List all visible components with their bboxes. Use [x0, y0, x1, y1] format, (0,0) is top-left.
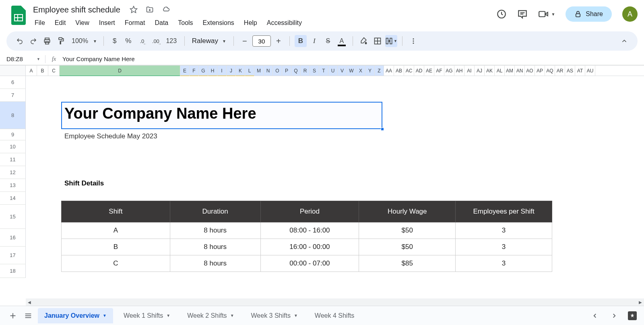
cells-canvas[interactable]: Your Company Name Here Employee Schedule…	[26, 76, 644, 287]
selection-handle[interactable]	[381, 128, 384, 131]
select-all-corner[interactable]	[0, 66, 26, 76]
cloud-status-icon[interactable]	[161, 5, 170, 14]
scroll-tabs-left-button[interactable]	[589, 310, 601, 321]
col-header[interactable]: W	[347, 66, 356, 76]
col-header[interactable]: AK	[485, 66, 495, 76]
col-header[interactable]: AR	[555, 66, 565, 76]
italic-button[interactable]: I	[308, 35, 320, 47]
col-header[interactable]: K	[236, 66, 245, 76]
number-format-button[interactable]: 123	[163, 35, 180, 47]
collapse-toolbar-button[interactable]	[618, 35, 630, 47]
col-header[interactable]: AJ	[475, 66, 485, 76]
col-header[interactable]: G	[199, 66, 208, 76]
row-header[interactable]: 9	[0, 129, 26, 140]
comments-icon[interactable]	[517, 9, 528, 19]
text-color-button[interactable]: A	[336, 35, 348, 47]
row-header[interactable]: 17	[0, 247, 26, 264]
meet-dropdown[interactable]: ▼	[538, 9, 555, 19]
redo-button[interactable]	[27, 35, 39, 47]
row-header[interactable]: 7	[0, 89, 26, 102]
col-header[interactable]: P	[282, 66, 291, 76]
row-header[interactable]: 10	[0, 140, 26, 153]
menu-extensions[interactable]: Extensions	[199, 18, 238, 28]
col-header[interactable]: Y	[365, 66, 375, 76]
col-header[interactable]: R	[301, 66, 310, 76]
sheet-tab-active[interactable]: January Overview ▼	[38, 308, 113, 323]
star-icon[interactable]	[129, 5, 138, 14]
col-header[interactable]: AQ	[545, 66, 555, 76]
col-header[interactable]: AA	[384, 66, 394, 76]
horizontal-scrollbar[interactable]: ◀ ▶	[26, 298, 644, 306]
col-header[interactable]: AD	[414, 66, 424, 76]
col-header[interactable]: Q	[291, 66, 301, 76]
col-header[interactable]: E	[180, 66, 190, 76]
sheet-tab[interactable]: Week 4 Shifts	[308, 308, 361, 323]
col-header[interactable]: AP	[535, 66, 545, 76]
increase-decimal-button[interactable]: .00→	[150, 35, 162, 47]
col-header[interactable]: AG	[444, 66, 454, 76]
percent-button[interactable]: %	[122, 35, 134, 47]
col-header[interactable]: U	[328, 66, 338, 76]
row-header[interactable]: 13	[0, 179, 26, 192]
print-button[interactable]	[41, 35, 53, 47]
col-header[interactable]: I	[217, 66, 227, 76]
col-header[interactable]: A	[26, 66, 37, 76]
col-header[interactable]: AE	[424, 66, 434, 76]
move-folder-icon[interactable]	[145, 5, 154, 14]
sheet-tab[interactable]: Week 3 Shifts▼	[245, 308, 304, 323]
col-header[interactable]: AO	[525, 66, 535, 76]
col-header[interactable]: AB	[394, 66, 404, 76]
col-header[interactable]: B	[37, 66, 48, 76]
menu-file[interactable]: File	[31, 18, 49, 28]
row-header[interactable]: 11	[0, 153, 26, 166]
share-button[interactable]: Share	[566, 6, 612, 22]
col-header[interactable]: X	[356, 66, 365, 76]
col-header[interactable]: H	[208, 66, 217, 76]
document-title[interactable]: Employee shift schedule	[31, 4, 123, 15]
col-header[interactable]: AU	[585, 66, 595, 76]
row-header[interactable]: 8	[0, 102, 26, 129]
sheets-logo-icon[interactable]	[11, 6, 26, 25]
row-header[interactable]: 12	[0, 166, 26, 179]
row-header[interactable]: 16	[0, 229, 26, 247]
menu-accessibility[interactable]: Accessibility	[263, 18, 306, 28]
paint-format-button[interactable]	[55, 35, 67, 47]
col-header[interactable]: AT	[575, 66, 585, 76]
scroll-right-icon[interactable]: ▶	[637, 298, 644, 306]
col-header[interactable]: AL	[495, 66, 505, 76]
col-header[interactable]: V	[338, 66, 347, 76]
col-header[interactable]: F	[190, 66, 199, 76]
borders-button[interactable]	[372, 35, 384, 47]
scroll-tabs-right-button[interactable]	[609, 310, 620, 321]
row-header[interactable]: 14	[0, 192, 26, 205]
col-header[interactable]: AC	[404, 66, 414, 76]
menu-view[interactable]: View	[71, 18, 93, 28]
col-header[interactable]: AH	[454, 66, 464, 76]
menu-help[interactable]: Help	[240, 18, 261, 28]
col-header[interactable]: AM	[505, 66, 515, 76]
increase-font-size-button[interactable]: +	[272, 35, 285, 47]
strikethrough-button[interactable]: S	[322, 35, 334, 47]
col-header[interactable]: T	[319, 66, 328, 76]
sheet-tab[interactable]: Week 1 Shifts▼	[117, 308, 177, 323]
col-header[interactable]: L	[245, 66, 254, 76]
name-box[interactable]: D8:Z8 ▼	[3, 55, 43, 63]
zoom-dropdown[interactable]: 100% ▼	[68, 37, 99, 45]
col-header[interactable]: AF	[434, 66, 444, 76]
col-header[interactable]: J	[227, 66, 236, 76]
col-header[interactable]: M	[254, 66, 264, 76]
font-size-input[interactable]	[252, 35, 271, 47]
all-sheets-button[interactable]	[23, 310, 34, 321]
font-dropdown[interactable]: Raleway ▼	[190, 37, 229, 45]
menu-edit[interactable]: Edit	[51, 18, 70, 28]
formula-input[interactable]	[62, 56, 641, 62]
history-icon[interactable]	[496, 9, 507, 19]
bold-button[interactable]: B	[295, 35, 307, 47]
explore-button[interactable]	[628, 311, 637, 320]
sheet-tab[interactable]: Week 2 Shifts▼	[181, 308, 240, 323]
col-header[interactable]: AN	[515, 66, 525, 76]
table-row[interactable]: C8 hours00:00 - 07:00$853	[62, 255, 552, 272]
col-header[interactable]: AI	[464, 66, 475, 76]
table-row[interactable]: B8 hours16:00 - 00:00$503	[62, 239, 552, 255]
row-header[interactable]: 18	[0, 264, 26, 278]
